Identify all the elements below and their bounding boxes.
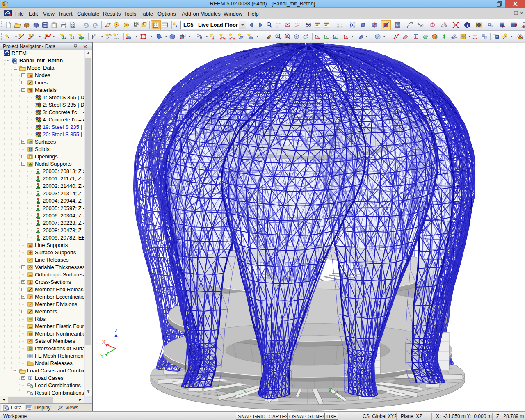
svg-text:−: −: [22, 162, 24, 166]
svg-text:−: −: [14, 369, 16, 372]
svg-text:i: i: [467, 23, 468, 27]
svg-text:+: +: [22, 140, 24, 144]
svg-text:x: x: [94, 34, 96, 36]
svg-text:−: −: [7, 59, 9, 62]
svg-text:Y: Y: [326, 35, 328, 38]
svg-text:Z: Z: [335, 35, 336, 38]
svg-text:33: 33: [29, 244, 32, 246]
svg-text:-X: -X: [345, 35, 348, 38]
svg-text:+: +: [22, 280, 24, 284]
svg-text:XX: XX: [108, 34, 112, 36]
svg-text:+: +: [22, 73, 24, 77]
svg-text:+: +: [22, 310, 24, 313]
svg-text:X.XX: X.XX: [276, 22, 281, 25]
svg-text:Y: Y: [100, 354, 104, 358]
svg-text:+: +: [22, 81, 24, 84]
svg-text:−: −: [14, 66, 16, 70]
svg-text:+: +: [22, 288, 24, 291]
svg-text:Z: Z: [115, 328, 118, 333]
svg-text:+: +: [22, 376, 24, 380]
svg-text:−: −: [22, 88, 24, 92]
svg-text:+: +: [22, 265, 24, 269]
svg-text:+: +: [22, 295, 24, 299]
svg-text:+: +: [22, 155, 24, 158]
svg-text:X.XX: X.XX: [294, 22, 300, 25]
svg-text:X: X: [102, 340, 105, 345]
svg-text:X: X: [317, 35, 319, 38]
